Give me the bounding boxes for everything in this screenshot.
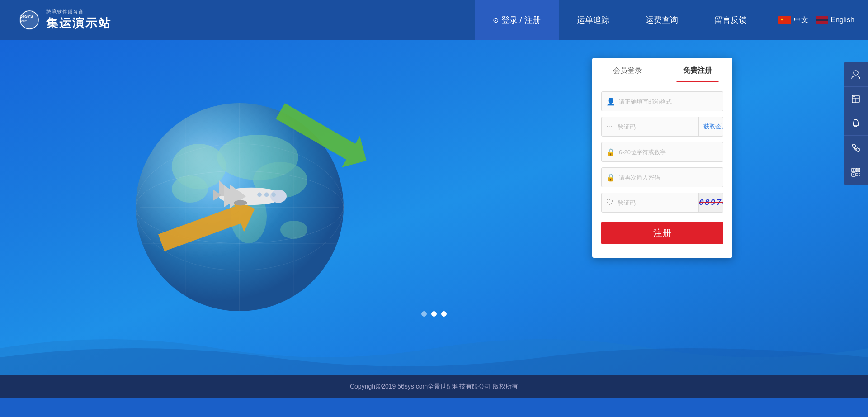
nav-item-tracking[interactable]: 运单追踪	[559, 0, 627, 40]
tab-register[interactable]: 免费注册	[662, 58, 732, 82]
dot-2[interactable]	[431, 311, 437, 317]
svg-point-26	[234, 200, 247, 205]
calculator-side-icon	[851, 94, 861, 104]
svg-rect-38	[853, 174, 854, 175]
svg-point-24	[264, 193, 269, 197]
copyright-text: Copyright©2019 56sys.com全景世纪科技有限公司 版权所有	[350, 383, 518, 391]
email-input[interactable]	[619, 98, 718, 105]
side-btn-qr[interactable]	[844, 160, 868, 185]
phone-side-icon	[851, 143, 861, 153]
flag-th-icon	[816, 16, 828, 24]
svg-rect-41	[856, 175, 858, 176]
user-icon: 👤	[606, 97, 615, 106]
nav-item-feedback[interactable]: 留言反馈	[696, 0, 765, 40]
globe-svg	[118, 67, 380, 329]
card-tabs: 会员登录 免费注册	[592, 58, 732, 82]
register-button[interactable]: 注册	[601, 222, 723, 244]
flag-cn-icon	[778, 16, 791, 24]
dots-indicator	[421, 311, 447, 317]
side-btn-user[interactable]	[844, 62, 868, 87]
svg-rect-37	[857, 169, 859, 171]
side-btn-calc[interactable]	[844, 87, 868, 111]
shield-icon: 🛡	[606, 199, 614, 207]
email-field-container: 👤	[601, 91, 723, 111]
svg-text:.com: .com	[20, 19, 27, 23]
header: 56SYS .com 跨境软件服务商 集运演示站 ⊙ 登录 / 注册 运单追踪 …	[0, 0, 868, 40]
svg-point-25	[271, 193, 276, 197]
site-title: 跨境软件服务商 集运演示站	[46, 9, 112, 31]
captcha-field-container: ··· 获取验证码	[601, 117, 723, 137]
svg-rect-39	[856, 173, 858, 174]
side-btn-phone[interactable]	[844, 136, 868, 160]
svg-point-23	[257, 193, 262, 197]
tab-login[interactable]: 会员登录	[592, 58, 662, 82]
user-side-icon	[851, 70, 861, 80]
dot-3[interactable]	[441, 311, 447, 317]
svg-point-27	[854, 71, 858, 75]
dots-icon: ···	[606, 123, 614, 131]
nav-item-login[interactable]: ⊙ 登录 / 注册	[475, 0, 559, 40]
footer: Copyright©2019 56sys.com全景世纪科技有限公司 版权所有	[0, 375, 868, 398]
captcha-image[interactable]: 08976	[698, 193, 723, 212]
captcha-input[interactable]	[618, 123, 694, 130]
lock-icon: 🔒	[606, 148, 615, 156]
svg-rect-31	[853, 96, 855, 97]
nav-item-freight[interactable]: 运费查询	[627, 0, 696, 40]
circle-icon: ⊙	[493, 16, 499, 24]
verification-field-container: 🛡 08976	[601, 193, 723, 213]
register-card: 会员登录 免费注册 👤 ··· 获取验证码	[592, 58, 732, 258]
wave-decoration	[0, 321, 868, 375]
verification-input[interactable]	[618, 199, 694, 206]
side-btn-bell[interactable]	[844, 111, 868, 136]
bell-side-icon	[851, 118, 861, 128]
svg-rect-40	[859, 173, 860, 174]
lock2-icon: 🔒	[606, 173, 615, 182]
logo-icon: 56SYS .com	[18, 9, 41, 31]
language-switcher: 中文 English	[765, 15, 868, 25]
svg-rect-36	[853, 169, 854, 171]
dot-1[interactable]	[421, 311, 427, 317]
side-floating-buttons	[844, 62, 868, 185]
password-field-container: 🔒	[601, 142, 723, 162]
qr-side-icon	[851, 167, 861, 177]
confirm-password-field-container: 🔒	[601, 167, 723, 187]
lang-zh[interactable]: 中文	[778, 15, 808, 25]
confirm-password-input[interactable]	[619, 174, 718, 181]
main-nav: ⊙ 登录 / 注册 运单追踪 运费查询 留言反馈	[475, 0, 765, 40]
main-content: 会员登录 免费注册 👤 ··· 获取验证码	[0, 40, 868, 375]
password-input[interactable]	[619, 149, 718, 156]
logo-area: 56SYS .com 跨境软件服务商 集运演示站	[0, 9, 475, 31]
lang-en[interactable]: English	[816, 16, 854, 24]
svg-rect-42	[859, 175, 860, 176]
register-form: 👤 ··· 获取验证码 🔒 🔒	[592, 91, 732, 244]
globe-illustration	[90, 62, 407, 334]
get-captcha-button[interactable]: 获取验证码	[698, 117, 723, 136]
